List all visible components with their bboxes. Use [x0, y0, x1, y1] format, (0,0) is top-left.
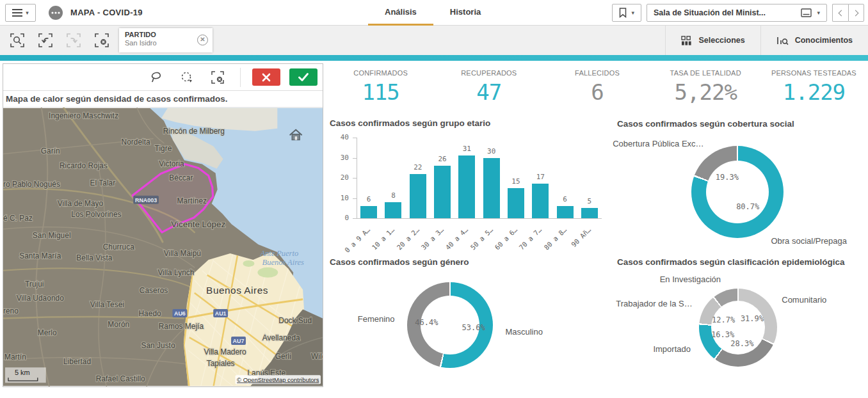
slice-pct-label: 53.6%	[462, 323, 485, 332]
bar-50 a 5…[interactable]	[483, 158, 500, 219]
undo-arrow-icon	[38, 33, 52, 47]
selection-chip-value: San Isidro	[125, 39, 196, 47]
divider	[240, 68, 241, 87]
selection-chip-partido[interactable]: PARTIDO San Isidro ✕	[119, 28, 213, 52]
map-label: Trujui	[25, 280, 44, 289]
app-header: ▾ MAPA - COVID-19 Análisis Historia ▾ Sa…	[0, 0, 868, 26]
selections-button[interactable]: Selecciones	[666, 26, 760, 55]
slice-pct-label: 19.3%	[716, 173, 739, 182]
map-chart-title: Mapa de calor según densidad de casos co…	[3, 91, 323, 107]
map-label: Victoria	[159, 160, 184, 169]
bar-40 a 4…[interactable]	[458, 155, 475, 218]
next-sheet-button[interactable]	[848, 4, 864, 22]
bar-0 a 9 A…[interactable]	[360, 206, 377, 218]
kpi-label: TASA DE LETALIDAD	[652, 69, 760, 77]
cancel-selection-button[interactable]	[252, 68, 280, 86]
slice-name-label: Trabajador de la S…	[539, 298, 693, 308]
map-selection-toolbar	[3, 64, 323, 91]
selections-button-label: Selecciones	[698, 36, 744, 45]
clear-map-selection-button[interactable]	[207, 68, 229, 87]
search-icon	[10, 33, 24, 47]
map-label: Ramos Mejía	[159, 322, 204, 331]
check-icon	[298, 73, 309, 81]
kpi-value: 47	[435, 79, 543, 105]
map-label: Garín	[41, 147, 60, 155]
slice-name-label: Femenino	[241, 314, 395, 324]
kpi-label: RECUPERADOS	[435, 69, 543, 77]
bar-value-label: 17	[526, 173, 555, 181]
map-label: Villa Lynch	[157, 268, 194, 277]
svg-text:AU7: AU7	[233, 338, 245, 344]
map-label: El Talar	[90, 179, 116, 187]
slice-name-label: Cobertura Pública Exc…	[551, 139, 704, 148]
lasso-select-button[interactable]	[145, 68, 167, 87]
map-label: Wild	[311, 352, 323, 361]
map-label: Tapiales	[207, 359, 235, 368]
bar-chart-age-groups: Casos confirmados según grupo etario 010…	[328, 117, 608, 254]
road-badge-AU7: AU7	[231, 337, 246, 345]
y-tick-label: 0	[328, 214, 349, 222]
map-label: San Miguel	[33, 231, 71, 240]
sheet-selector[interactable]: Sala de Situación del Minist... ▾	[647, 4, 827, 22]
close-icon	[262, 73, 271, 82]
step-back-button[interactable]	[35, 29, 56, 51]
map-label: Merlo	[38, 328, 57, 337]
map-label: Rincón de Milberg	[163, 127, 225, 136]
map-label: Rafael Castillo	[96, 374, 145, 383]
kpi-row: CONFIRMADOS115RECUPERADOS47FALLECIDOS6TA…	[326, 64, 868, 114]
toolbar-right: Selecciones Conocimientos	[665, 26, 868, 55]
map-label: Béccar	[169, 173, 193, 182]
clear-circle-x-icon	[211, 70, 225, 84]
tab-analisis[interactable]: Análisis	[368, 0, 433, 26]
map-label: Bella Vista	[76, 253, 113, 262]
bar-80 a 8…[interactable]	[557, 206, 574, 218]
x-axis	[357, 218, 602, 219]
map-label: Ricardo Rojas	[60, 161, 108, 170]
map-canvas[interactable]: RNA003AU6AU1AU7 Ingeniero MaschwitzRincó…	[3, 107, 323, 386]
map-label: é C. Paz	[3, 214, 33, 223]
slice-name-label: En Investigación	[567, 274, 721, 283]
clear-selections-button[interactable]	[91, 29, 113, 51]
map-label: Los Polvorines	[71, 210, 121, 219]
tab-historia[interactable]: Historia	[433, 0, 497, 26]
home-icon-door	[295, 136, 297, 139]
chevron-right-icon	[852, 10, 858, 16]
map-label: Villa de Mayo	[58, 199, 104, 208]
bar-30 a 3…[interactable]	[434, 166, 451, 218]
y-tick-mark	[353, 178, 357, 179]
kpi-value: 1.229	[760, 79, 868, 105]
chevron-down-icon: ▾	[817, 10, 820, 16]
bar-70 a 7…[interactable]	[532, 184, 549, 218]
map-label: reno	[3, 306, 19, 315]
bar-90 Añ…[interactable]	[581, 208, 598, 218]
global-menu-button[interactable]: ▾	[5, 4, 36, 22]
insights-button-label: Conocimientos	[795, 36, 853, 45]
circle-select-button[interactable]	[176, 68, 198, 87]
map-label: Villa Udaondo	[17, 294, 64, 303]
map-panel: Mapa de calor según densidad de casos co…	[3, 63, 323, 387]
bookmarks-button[interactable]: ▾	[612, 4, 641, 22]
road-badge-AU6: AU6	[172, 309, 187, 317]
bar-10 a 1…[interactable]	[385, 202, 401, 218]
previous-sheet-button[interactable]	[832, 4, 848, 22]
app-options-icon[interactable]	[49, 6, 63, 20]
bar-60 a 6…[interactable]	[508, 188, 524, 218]
qlik-dashboard: ▾ MAPA - COVID-19 Análisis Historia ▾ Sa…	[0, 0, 868, 398]
view-tabs: Análisis Historia	[368, 0, 497, 26]
smart-search-button[interactable]	[6, 29, 28, 51]
kpi-value: 6	[543, 79, 651, 105]
y-tick-label: 20	[328, 173, 349, 182]
insights-button[interactable]: Conocimientos	[761, 26, 868, 55]
y-tick-label: 30	[328, 154, 349, 162]
slice-name-label: Obra social/Prepaga	[771, 235, 847, 245]
app-title: MAPA - COVID-19	[70, 0, 143, 26]
road-badge-RNA003: RNA003	[133, 196, 159, 204]
bar-20 a 2…[interactable]	[410, 174, 426, 218]
map-attribution[interactable]: © OpenStreetMap contributors	[236, 375, 321, 384]
y-tick-mark	[353, 138, 357, 138]
selection-chip-clear-icon[interactable]: ✕	[197, 35, 208, 45]
confirm-selection-button[interactable]	[289, 68, 317, 86]
slice-pct-label: 12.7%	[712, 315, 735, 324]
accent-strip	[0, 55, 868, 61]
step-forward-button[interactable]	[63, 29, 84, 51]
